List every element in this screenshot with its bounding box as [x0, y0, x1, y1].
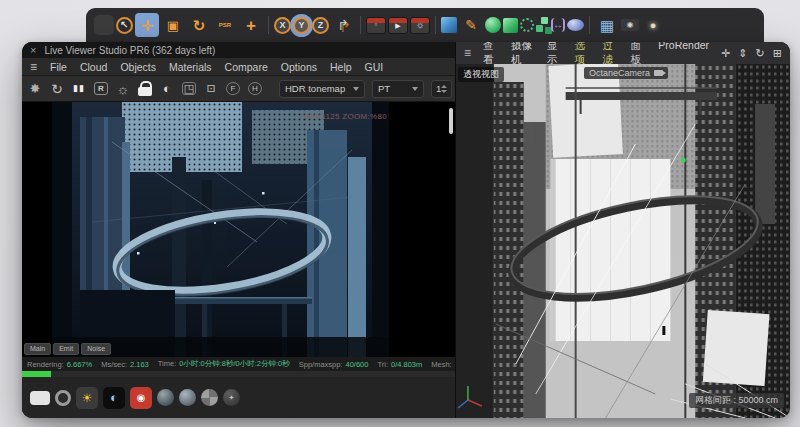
dolly-view-icon[interactable]: ⇕: [738, 47, 747, 60]
pan-view-icon[interactable]: ✛: [721, 47, 730, 60]
axis-tool-icon[interactable]: +: [239, 13, 263, 37]
white-swatch-icon[interactable]: [30, 391, 50, 405]
pass-noise[interactable]: Noise: [81, 343, 111, 355]
menu-compare[interactable]: Compare: [225, 61, 268, 73]
y-axis-lock-icon[interactable]: Y: [293, 17, 310, 34]
close-icon[interactable]: ×: [30, 44, 36, 56]
octane-logo-icon[interactable]: ✸: [28, 81, 42, 97]
samples-stepper[interactable]: 1: [431, 80, 452, 98]
checker-ball-icon[interactable]: [201, 389, 218, 406]
daylight-icon[interactable]: ☀: [76, 387, 98, 409]
render-pass-tabs: MainEmitNoise: [24, 343, 111, 355]
sparkle-ball-icon[interactable]: ✦: [223, 389, 240, 406]
region-render-icon[interactable]: ◳: [182, 82, 196, 95]
focus-picker-icon[interactable]: F: [226, 82, 240, 95]
live-viewer-panel: × Live Viewer Studio PR6 (362 days left)…: [22, 42, 455, 418]
status-item: Mesh:268: [431, 360, 455, 369]
status-item: Ms/sec:2.163: [101, 360, 149, 369]
divider[interactable]: [589, 16, 590, 34]
hamburger-icon[interactable]: ≡: [30, 60, 37, 74]
pick-region-icon[interactable]: ⊡: [204, 81, 218, 97]
live-viewer-bottom-toolbar: ☀◐◉✦: [22, 377, 455, 418]
subdivision-surface-icon[interactable]: [485, 17, 501, 33]
menu-materials[interactable]: Materials: [169, 61, 212, 73]
menu-gui[interactable]: GUI: [365, 61, 384, 73]
window-title: Live Viewer Studio PR6 (362 days left): [44, 45, 215, 56]
status-item: Tri:0/4.803m: [377, 360, 422, 369]
render-view[interactable]: 900*1125 ZOOM:%80 MainEmitNoise: [22, 102, 455, 357]
reset-icon[interactable]: R: [94, 82, 108, 95]
chevron-down-icon: [353, 87, 359, 91]
nightlight-icon[interactable]: ◐: [103, 387, 125, 409]
pass-emit[interactable]: Emit: [53, 343, 79, 355]
restart-render-icon[interactable]: ↻: [50, 81, 64, 97]
orbit-view-icon[interactable]: ↻: [756, 47, 765, 60]
resolution-overlay: 900*1125 ZOOM:%80: [304, 112, 387, 121]
grid-spacing-hud: 网格间距 : 50000 cm: [689, 393, 784, 408]
scale-tool-icon[interactable]: ▣: [161, 13, 185, 37]
divider[interactable]: [268, 16, 269, 34]
viewport-canvas[interactable]: 透视视图 OctaneCamera 网格间距 : 50000 cm: [456, 64, 790, 418]
material-ball-blue-icon[interactable]: [179, 389, 196, 406]
psr-tool-icon[interactable]: PSR: [213, 13, 237, 37]
progress-fill: [22, 371, 51, 377]
view-label[interactable]: 透视视图: [458, 67, 504, 82]
maximize-view-icon[interactable]: ⊞: [773, 47, 782, 60]
status-item: Rendering:6.667%: [27, 360, 92, 369]
hamburger-icon[interactable]: ≡: [464, 46, 471, 60]
live-viewer-titlebar: × Live Viewer Studio PR6 (362 days left): [22, 42, 455, 58]
menu-file[interactable]: File: [50, 61, 67, 73]
cube-object-icon[interactable]: [441, 17, 457, 33]
kernel-dropdown[interactable]: PT: [372, 80, 424, 98]
main-toolbar: ↖✛▣↻PSR+XYZ↱▫▶☼✎↔▦◉●: [86, 8, 764, 42]
status-item: Time:0小时:0分钟:8秒/0小时:2分钟:0秒: [158, 359, 290, 369]
pass-main[interactable]: Main: [24, 343, 51, 355]
move-tool-icon[interactable]: ✛: [135, 13, 159, 37]
render-picture-viewer-icon[interactable]: ▶: [388, 17, 408, 34]
render-progressbar: [22, 371, 455, 377]
live-viewer-toolbar: ✸↻▮▮R☼◐◳⊡FH HDR tonemap PT 1 0.9: [22, 76, 455, 102]
camera-tag[interactable]: OctaneCamera: [584, 67, 668, 79]
select-tool-icon[interactable]: ↖: [116, 17, 133, 34]
clay-mode-icon[interactable]: ◐: [160, 81, 174, 97]
ring-sphere-icon[interactable]: [55, 390, 71, 406]
divider[interactable]: [435, 16, 436, 34]
camera-icon: [654, 70, 663, 76]
kernel-value: PT: [378, 83, 390, 94]
deformer-icon[interactable]: [520, 18, 534, 32]
render-statusbar: Rendering:6.667% Ms/sec:2.163 Time:0小时:0…: [22, 357, 455, 371]
array-icon[interactable]: [536, 25, 543, 32]
render-view-icon[interactable]: ▫: [366, 17, 386, 34]
z-axis-lock-icon[interactable]: Z: [312, 17, 329, 34]
menu-help[interactable]: Help: [330, 61, 352, 73]
white-balance-picker-icon[interactable]: H: [248, 82, 262, 95]
camera-tag-text: OctaneCamera: [589, 68, 650, 78]
rotate-tool-icon[interactable]: ↻: [187, 13, 211, 37]
spline-pen-icon[interactable]: ✎: [459, 13, 483, 37]
pause-render-icon[interactable]: ▮▮: [72, 81, 86, 97]
divider[interactable]: [360, 16, 361, 34]
viewport-menubar: ≡ 查看摄像机显示选项过滤面板ProRender ✛⇕↻⊞: [456, 42, 790, 64]
generator-icon[interactable]: [503, 18, 518, 33]
lock-resolution-icon[interactable]: [138, 87, 152, 96]
metaball-icon[interactable]: [567, 19, 584, 31]
spacing-tool-icon[interactable]: ↔: [551, 18, 565, 32]
tonemap-value: HDR tonemap: [285, 83, 345, 94]
tonemap-dropdown[interactable]: HDR tonemap: [279, 80, 365, 98]
undo-icon[interactable]: [94, 15, 114, 35]
kernel-settings-icon[interactable]: ☼: [116, 81, 130, 97]
scrollbar-handle[interactable]: [449, 108, 453, 134]
chevron-down-icon: [412, 87, 418, 91]
menu-objects[interactable]: Objects: [120, 61, 156, 73]
coordinate-system-icon[interactable]: ↱: [331, 13, 355, 37]
x-axis-lock-icon[interactable]: X: [274, 17, 291, 34]
octane-camera-icon[interactable]: ◉: [130, 387, 152, 409]
camera-object-icon[interactable]: ◉: [621, 19, 639, 31]
light-object-icon[interactable]: ●: [641, 13, 665, 37]
render-settings-icon[interactable]: ☼: [410, 17, 430, 34]
render-image: [52, 102, 389, 357]
material-ball-icon[interactable]: [157, 389, 174, 406]
menu-options[interactable]: Options: [281, 61, 317, 73]
floor-object-icon[interactable]: ▦: [595, 13, 619, 37]
menu-cloud[interactable]: Cloud: [80, 61, 107, 73]
